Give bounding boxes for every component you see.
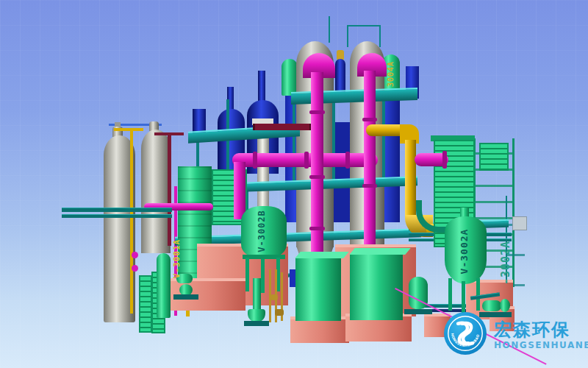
vessel-leg: [462, 281, 465, 314]
valve-handwheel: [132, 265, 138, 272]
pump-base: [404, 309, 432, 314]
yellow-pipe-horizontal: [114, 128, 143, 131]
gold-valve-body: [270, 294, 278, 300]
yellow-pipe-vertical: [405, 140, 416, 219]
teal-pipe-run: [62, 214, 172, 218]
pipe-flange: [309, 227, 325, 230]
column-vent-line: [329, 16, 330, 43]
pump-base: [173, 294, 198, 300]
pipe-flange: [345, 152, 350, 169]
plant-3d-render: V-3001A V-3002B V-3002A -3002A 3004A HON: [0, 0, 588, 368]
pump-motor: [482, 300, 501, 311]
deck-post: [293, 100, 295, 181]
pipe-flange: [309, 110, 325, 114]
maroon-beam: [253, 124, 312, 130]
deck-post: [382, 100, 385, 181]
green-cylinder-small: [157, 253, 171, 318]
pipe-flange: [362, 118, 377, 121]
pipe-flange: [309, 175, 325, 179]
green-tank-box-2-top: [349, 248, 411, 255]
pump-volute: [500, 299, 510, 312]
equipment-tag-v3002b: V-3002B: [257, 202, 267, 261]
green-tank-box-1: [295, 258, 341, 321]
logo-badge-svg: HONGSENHUANBAO: [444, 312, 487, 355]
gold-valve-body: [275, 309, 284, 316]
pipe-flange: [304, 152, 309, 169]
valve-handwheel: [132, 252, 138, 258]
magenta-elbow-down: [234, 162, 245, 219]
company-name-en: HONGSENHUANBAO: [494, 340, 588, 350]
equipment-tag-v3001a: V-3001A: [172, 233, 182, 285]
vessel-leg: [245, 258, 249, 291]
equipment-tag-3002a-leader: -3002A: [499, 233, 512, 292]
yellow-pipe-vertical: [130, 131, 133, 314]
pump-stem: [253, 278, 261, 314]
green-thin-tower: [139, 275, 152, 333]
right-edge-box: [512, 216, 527, 230]
equipment-tag-v3002a: V-3002A: [459, 221, 470, 283]
company-logo-badge: HONGSENHUANBAO: [444, 312, 487, 355]
plate-heat-exchanger-small: [479, 143, 509, 171]
storage-tank-2: [141, 130, 171, 253]
company-name-cn: 宏森环保: [494, 318, 570, 342]
pump-base: [244, 321, 269, 326]
maroon-pipe-vertical: [168, 134, 171, 246]
green-cylinder: [282, 59, 298, 96]
pipe-flange: [442, 151, 447, 169]
equipment-tag-3004a: 3004A: [387, 54, 395, 94]
teal-pipe-run: [62, 208, 172, 212]
vessel-leg: [261, 259, 265, 293]
pipe-flange: [253, 152, 257, 169]
pipe-flange: [362, 184, 377, 188]
green-tank-box-1-top: [295, 252, 349, 258]
deck-post: [332, 100, 335, 181]
vessel-leg: [448, 278, 452, 311]
